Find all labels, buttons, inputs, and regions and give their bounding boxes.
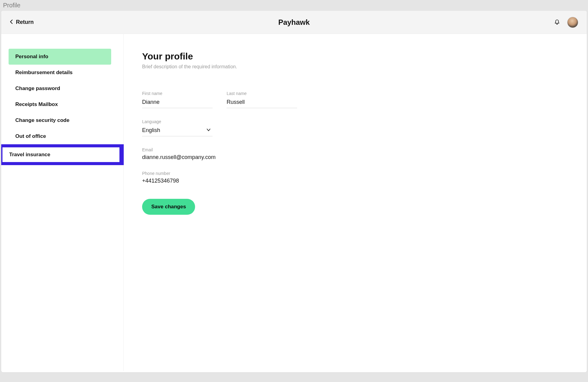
email-value: dianne.russell@company.com [142,154,587,161]
email-label: Email [142,147,587,152]
brand-title: Payhawk [1,18,587,27]
sidebar: Personal infoReimbursement detailsChange… [1,34,124,371]
return-button[interactable]: Return [10,19,34,25]
browser-tab-title: Profile [0,0,588,11]
page-subtitle: Brief description of the required inform… [142,64,587,70]
language-select[interactable] [142,126,213,136]
profile-content: Your profile Brief description of the re… [124,34,587,371]
sidebar-item-receipts-mailbox[interactable]: Receipts Mailbox [9,96,111,112]
last-name-input[interactable] [227,98,297,108]
sidebar-item-reimbursement-details[interactable]: Reimbursement details [9,65,111,81]
sidebar-item-out-of-office[interactable]: Out of office [9,128,111,144]
save-button[interactable]: Save changes [142,199,195,215]
phone-label: Phone number [142,171,587,176]
sidebar-item-travel-insurance[interactable]: Travel insurance [2,147,119,162]
phone-value: +44125346798 [142,178,587,184]
page-title: Your profile [142,51,587,62]
bell-icon[interactable] [554,19,560,26]
avatar[interactable] [567,17,578,28]
first-name-input[interactable] [142,98,213,108]
language-label: Language [142,119,213,124]
last-name-label: Last name [227,91,297,96]
chevron-left-icon [10,20,13,25]
sidebar-item-personal-info[interactable]: Personal info [9,49,111,65]
sidebar-callout: Travel insurance [1,144,124,165]
sidebar-item-label: Travel insurance [9,152,50,157]
sidebar-item-change-password[interactable]: Change password [9,81,111,96]
sidebar-item-change-security-code[interactable]: Change security code [9,112,111,128]
return-label: Return [16,19,34,25]
first-name-label: First name [142,91,213,96]
